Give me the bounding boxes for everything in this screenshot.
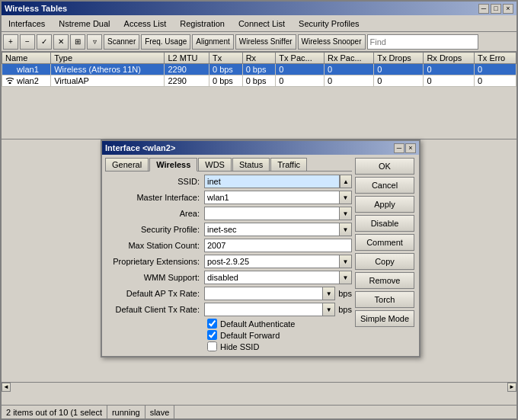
menu-tab-security-profiles[interactable]: Security Profiles: [292, 15, 366, 31]
tab-wds[interactable]: WDS: [198, 158, 232, 171]
horizontal-scrollbar[interactable]: ◄ ►: [2, 382, 516, 391]
dialog-title-buttons: ─ ×: [394, 143, 416, 153]
wireless-sniffer-button[interactable]: Wireless Sniffer: [235, 34, 296, 50]
row1-tx: 0 bps: [209, 64, 242, 75]
remove-button[interactable]: Remove: [355, 272, 414, 289]
title-bar-buttons: ─ □ ×: [478, 4, 513, 14]
row2-tx-erro: 0: [475, 75, 516, 87]
table-row[interactable]: wlan2 VirtualAP 2290 0 bps 0 bps 0 0 0 0…: [2, 75, 516, 87]
cross-button[interactable]: ✕: [53, 34, 69, 50]
row1-type: Wireless (Atheros 11N): [51, 64, 165, 75]
remove-button[interactable]: −: [20, 34, 35, 50]
security-profile-input[interactable]: [204, 223, 340, 236]
security-profile-field-group: Security Profile: ▼: [105, 223, 352, 236]
dialog-title-bar: Interface <wlan2> ─ ×: [102, 141, 419, 155]
add-button[interactable]: +: [3, 34, 18, 50]
col-tx-pac[interactable]: Tx Pac...: [276, 53, 325, 64]
tab-general[interactable]: General: [105, 158, 149, 171]
col-tx-erro[interactable]: Tx Erro: [475, 53, 516, 64]
torch-button[interactable]: Torch: [355, 291, 414, 308]
max-station-count-input[interactable]: [204, 239, 352, 252]
default-ap-tx-label: Default AP Tx Rate:: [105, 289, 204, 298]
proprietary-ext-container: ▼: [204, 255, 352, 268]
row2-tx-drops: 0: [374, 75, 424, 87]
simple-mode-button[interactable]: Simple Mode: [355, 310, 414, 327]
col-tx[interactable]: Tx: [209, 53, 242, 64]
default-forward-checkbox[interactable]: [207, 330, 217, 340]
default-ap-tx-input[interactable]: [204, 287, 323, 300]
wmm-support-dropdown-btn[interactable]: ▼: [340, 271, 352, 284]
area-dropdown-btn[interactable]: ▼: [340, 207, 352, 220]
col-l2mtu[interactable]: L2 MTU: [165, 53, 209, 64]
menu-tab-registration[interactable]: Registration: [173, 15, 232, 31]
default-client-tx-field-group: Default Client Tx Rate: ▼ bps: [105, 303, 352, 316]
proprietary-ext-dropdown-btn[interactable]: ▼: [340, 255, 352, 268]
ssid-input[interactable]: [204, 175, 340, 188]
close-button[interactable]: ×: [503, 4, 513, 14]
dialog-minimize-btn[interactable]: ─: [394, 143, 404, 153]
wmm-support-input[interactable]: [204, 271, 340, 284]
col-type[interactable]: Type: [51, 53, 165, 64]
wireless-snooper-button[interactable]: Wireless Snooper: [298, 34, 366, 50]
scroll-left-btn[interactable]: ◄: [2, 383, 11, 392]
security-profile-label: Security Profile:: [105, 225, 204, 234]
master-interface-dropdown-btn[interactable]: ▼: [340, 191, 352, 204]
col-rx[interactable]: Rx: [242, 53, 276, 64]
hide-ssid-checkbox[interactable]: [207, 341, 217, 351]
row-icon-wlan2: [5, 76, 14, 84]
row2-l2mtu: 2290: [165, 75, 209, 87]
menu-tab-connect-list[interactable]: Connect List: [232, 15, 292, 31]
col-tx-drops[interactable]: Tx Drops: [374, 53, 424, 64]
minimize-button[interactable]: ─: [478, 4, 489, 14]
row1-rx-drops: 0: [424, 64, 475, 75]
dialog-left-panel: General Wireless WDS Status Traffic SSID…: [105, 158, 352, 353]
comment-button[interactable]: Comment: [355, 234, 414, 251]
dialog-close-btn[interactable]: ×: [405, 143, 416, 153]
row1-rx: 0 bps: [242, 64, 276, 75]
master-interface-input[interactable]: [204, 191, 340, 204]
hide-ssid-group: Hide SSID: [207, 341, 352, 351]
proprietary-ext-input[interactable]: [204, 255, 340, 268]
area-input[interactable]: [204, 207, 340, 220]
status-slave: slave: [145, 406, 175, 418]
master-interface-field-group: Master Interface: ▼: [105, 191, 352, 204]
tab-wireless[interactable]: Wireless: [149, 158, 197, 172]
row2-rx-pac: 0: [325, 75, 374, 87]
col-rx-drops[interactable]: Rx Drops: [424, 53, 475, 64]
table-row[interactable]: wlan1 Wireless (Atheros 11N) 2290 0 bps …: [2, 64, 516, 75]
freq-usage-button[interactable]: Freq. Usage: [141, 34, 190, 50]
maximize-button[interactable]: □: [491, 4, 501, 14]
row1-l2mtu: 2290: [165, 64, 209, 75]
menu-tab-access-list[interactable]: Access List: [117, 15, 174, 31]
default-client-tx-input[interactable]: [204, 303, 323, 316]
search-input[interactable]: [367, 34, 478, 50]
alignment-button[interactable]: Alignment: [192, 34, 233, 50]
filter-button[interactable]: ▿: [87, 34, 102, 50]
scanner-button[interactable]: Scanner: [104, 34, 139, 50]
tab-status[interactable]: Status: [232, 158, 270, 171]
default-ap-tx-dropdown-btn[interactable]: ▼: [323, 287, 335, 300]
apply-button[interactable]: Apply: [355, 196, 414, 213]
disable-button[interactable]: Disable: [355, 215, 414, 232]
copy-toolbar-button[interactable]: ⊞: [70, 34, 85, 50]
proprietary-ext-label: Proprietary Extensions:: [105, 257, 204, 266]
security-profile-dropdown-btn[interactable]: ▼: [340, 223, 352, 236]
default-auth-group: Default Authenticate: [207, 319, 352, 329]
check-button[interactable]: ✓: [37, 34, 52, 50]
default-auth-checkbox[interactable]: [207, 319, 217, 329]
cancel-button[interactable]: Cancel: [355, 177, 414, 194]
ok-button[interactable]: OK: [355, 158, 414, 175]
dialog-body: General Wireless WDS Status Traffic SSID…: [102, 155, 419, 356]
col-rx-pac[interactable]: Rx Pac...: [325, 53, 374, 64]
default-ap-tx-bps: bps: [338, 289, 352, 298]
main-content: Name Type L2 MTU Tx Rx Tx Pac... Rx Pac.…: [2, 52, 516, 405]
col-name[interactable]: Name: [2, 53, 51, 64]
master-interface-label: Master Interface:: [105, 193, 204, 202]
ssid-scroll-btn[interactable]: ▲: [340, 175, 352, 188]
menu-tab-nstreme-dual[interactable]: Nstreme Dual: [52, 15, 117, 31]
copy-button[interactable]: Copy: [355, 253, 414, 270]
scroll-right-btn[interactable]: ►: [507, 383, 516, 392]
menu-tab-interfaces[interactable]: Interfaces: [2, 15, 52, 31]
tab-traffic[interactable]: Traffic: [270, 158, 307, 171]
default-client-tx-dropdown-btn[interactable]: ▼: [323, 303, 335, 316]
